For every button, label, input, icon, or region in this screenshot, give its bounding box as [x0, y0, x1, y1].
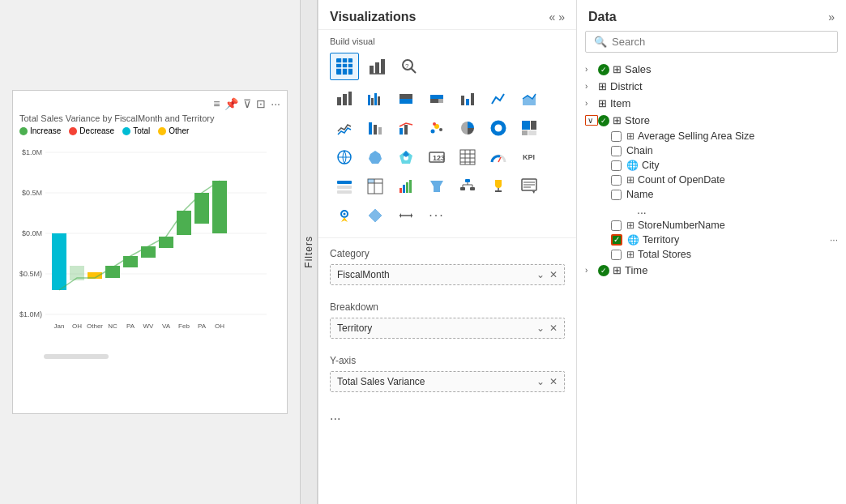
svg-text:Feb: Feb [178, 322, 190, 330]
viz-donut[interactable] [484, 114, 513, 142]
data-expand-arrow[interactable]: » [828, 11, 835, 23]
viz-stacked-bar[interactable] [391, 85, 421, 113]
viz-category-label: Category [330, 248, 565, 259]
svg-rect-53 [438, 99, 443, 103]
svg-rect-98 [409, 180, 412, 193]
check-count-opendate[interactable] [611, 175, 622, 186]
viz-bar[interactable] [330, 85, 359, 113]
child-total-stores[interactable]: ⊞ Total Stores [606, 247, 843, 262]
viz-slicer[interactable] [330, 173, 359, 200]
pin-icon[interactable]: 📌 [224, 97, 238, 110]
viz-more-btn[interactable]: ... [318, 404, 576, 428]
chart-scrollbar[interactable] [44, 354, 109, 359]
viz-filled-map[interactable] [361, 143, 390, 171]
svg-point-68 [495, 125, 502, 131]
viz-type-search[interactable]: ? [395, 53, 424, 80]
viz-gauge[interactable] [484, 143, 513, 171]
check-avg-selling[interactable] [611, 131, 622, 142]
expand-icon[interactable]: ⊡ [256, 97, 266, 110]
viz-line[interactable] [484, 85, 513, 113]
svg-rect-96 [403, 185, 405, 193]
legend-dot-total [122, 127, 130, 135]
viz-scatter[interactable] [422, 114, 451, 142]
tree-item-sales[interactable]: › ✓ ⊞ Sales [580, 61, 843, 78]
svg-text:OH: OH [72, 322, 82, 330]
viz-yaxis-chevron[interactable]: ⌄ [536, 376, 545, 387]
check-chain[interactable] [611, 146, 622, 156]
build-visual-label: Build visual [318, 30, 576, 49]
child-territory[interactable]: 🌐 Territory ··· [606, 233, 843, 247]
svg-rect-71 [522, 130, 528, 135]
chart-area: ≡ 📌 ⊽ ⊡ ··· Total Sales Variance by Fisc… [0, 0, 300, 504]
avg-selling-icon: ⊞ [626, 130, 634, 142]
child-storenumbername[interactable]: ⊞ StoreNumberName [606, 218, 843, 233]
viz-pie[interactable] [453, 114, 482, 142]
viz-breakdown-chevron[interactable]: ⌄ [536, 322, 545, 334]
viz-ribbon[interactable] [361, 114, 390, 142]
viz-narrative[interactable] [515, 173, 544, 200]
search-box[interactable]: 🔍 [585, 31, 838, 53]
child-chain[interactable]: Chain [606, 143, 843, 158]
viz-type-table[interactable] [330, 53, 359, 80]
viz-more-dots[interactable]: ··· [422, 202, 451, 229]
tree-item-time[interactable]: › ✓ ⊞ Time [580, 262, 843, 279]
viz-treemap[interactable] [515, 114, 544, 142]
check-total-stores[interactable] [611, 250, 622, 260]
child-avg-selling[interactable]: ⊞ Average Selling Area Size [606, 129, 843, 143]
viz-collapse-icon[interactable]: « [549, 11, 555, 23]
viz-category-field[interactable]: FiscalMonth ⌄ ✕ [330, 264, 565, 285]
viz-matrix[interactable] [361, 173, 390, 200]
svg-rect-50 [400, 94, 412, 99]
child-count-opendate[interactable]: ⊞ Count of OpenDate [606, 173, 843, 187]
viz-trophy[interactable] [484, 173, 513, 200]
district-table-icon: ⊞ [598, 80, 607, 92]
child-city[interactable]: 🌐 City [606, 158, 843, 173]
filters-tab[interactable]: Filters [300, 0, 318, 504]
check-storenumbername[interactable] [611, 220, 622, 231]
viz-arrows[interactable] [391, 202, 421, 229]
viz-yaxis-value: Total Sales Variance [337, 376, 425, 387]
viz-breakdown-field[interactable]: Territory ⌄ ✕ [330, 318, 565, 339]
viz-clustered-bar[interactable] [361, 85, 390, 113]
viz-location[interactable] [330, 202, 359, 229]
viz-azure-map[interactable] [391, 143, 421, 171]
expand-store-icon[interactable]: ∨ [585, 115, 598, 126]
viz-diamond[interactable] [361, 202, 390, 229]
sales-label: Sales [625, 63, 838, 75]
more-icon[interactable]: ··· [271, 97, 280, 110]
svg-rect-69 [522, 121, 530, 130]
viz-kpi[interactable]: KPI [515, 143, 544, 171]
filter-icon[interactable]: ⊽ [243, 97, 251, 110]
check-city[interactable] [611, 160, 622, 171]
viz-breakdown-remove[interactable]: ✕ [549, 322, 558, 334]
child-name[interactable]: Name [606, 187, 843, 202]
viz-area[interactable] [515, 85, 544, 113]
viz-line2[interactable] [330, 114, 359, 142]
check-name[interactable] [611, 190, 622, 200]
format-icon[interactable]: ≡ [213, 97, 220, 110]
viz-decomp[interactable] [453, 173, 482, 200]
viz-type-bar-chart[interactable] [362, 53, 391, 80]
viz-map[interactable] [330, 143, 359, 171]
check-territory[interactable] [611, 234, 622, 246]
viz-waterfall[interactable] [391, 173, 421, 200]
svg-text:($1.0M): ($1.0M) [19, 310, 42, 318]
svg-rect-89 [337, 186, 352, 189]
viz-yaxis-remove[interactable]: ✕ [549, 376, 558, 387]
viz-category-chevron[interactable]: ⌄ [536, 269, 545, 280]
store-children: ⊞ Average Selling Area Size Chain 🌐 City… [580, 129, 843, 262]
territory-more[interactable]: ··· [830, 234, 838, 246]
tree-item-district[interactable]: › ⊞ District [580, 78, 843, 95]
viz-column[interactable] [453, 85, 482, 113]
tree-item-store[interactable]: ∨ ✓ ⊞ Store [580, 112, 843, 129]
viz-card[interactable]: 123 [422, 143, 451, 171]
viz-table-icon[interactable] [453, 143, 482, 171]
viz-100bar[interactable] [422, 85, 451, 113]
search-input[interactable] [612, 36, 829, 48]
viz-expand-icon[interactable]: » [558, 11, 565, 23]
tree-item-item[interactable]: › ⊞ Item [580, 95, 843, 112]
viz-funnel[interactable] [422, 173, 451, 200]
viz-category-remove[interactable]: ✕ [549, 269, 558, 280]
viz-combo[interactable] [391, 114, 421, 142]
viz-yaxis-field[interactable]: Total Sales Variance ⌄ ✕ [330, 371, 565, 392]
